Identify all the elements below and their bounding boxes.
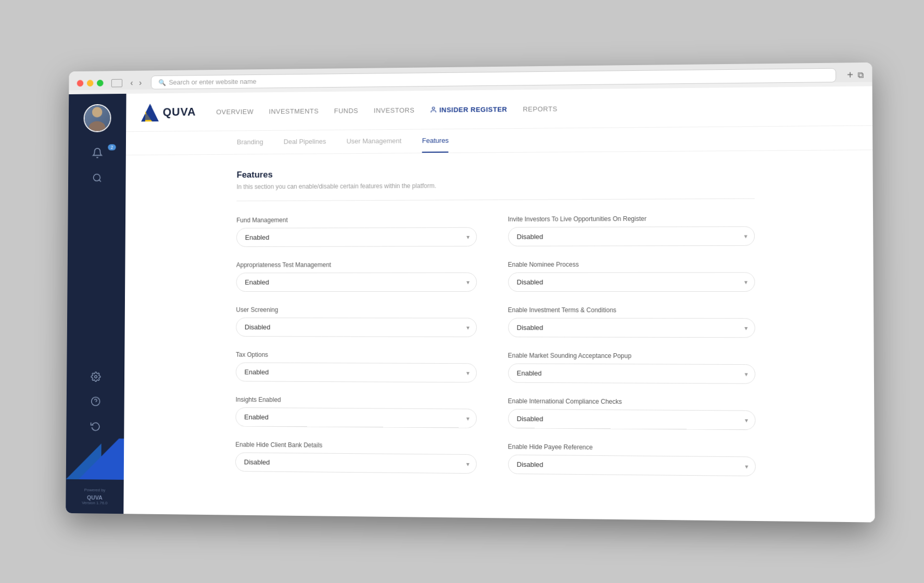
main-content: QUVA OVERVIEW INVESTMENTS FUNDS INVESTOR… <box>123 86 875 522</box>
feature-select-investment-terms[interactable]: EnabledDisabled <box>508 318 755 338</box>
feature-label-user-screening: User Screening <box>236 306 476 314</box>
svg-point-2 <box>93 174 99 181</box>
insider-icon <box>430 106 437 114</box>
new-tab-button[interactable]: + <box>847 69 853 81</box>
nav-item-insider-register[interactable]: INSIDER REGISTER <box>430 103 507 116</box>
feature-select-appropriateness-test[interactable]: EnabledDisabled <box>236 272 476 292</box>
nav-item-reports[interactable]: REPORTS <box>523 103 557 115</box>
feature-select-hide-payee-reference[interactable]: EnabledDisabled <box>508 455 755 477</box>
feature-select-wrapper-market-sounding: EnabledDisabled <box>508 363 755 383</box>
feature-item-hide-bank-details: Enable Hide Client Bank DetailsEnabledDi… <box>235 441 476 474</box>
section-divider <box>236 199 754 202</box>
feature-item-user-screening: User ScreeningEnabledDisabled <box>236 306 476 337</box>
minimize-button[interactable] <box>86 80 93 86</box>
content-area: Features In this section you can enable/… <box>123 150 875 522</box>
tab-features[interactable]: Features <box>422 129 448 153</box>
feature-select-wrapper-user-screening: EnabledDisabled <box>236 317 476 337</box>
feature-select-wrapper-insights-enabled: EnabledDisabled <box>235 407 476 428</box>
forward-button[interactable]: › <box>136 77 145 89</box>
feature-select-wrapper-tax-options: EnabledDisabled <box>235 363 476 383</box>
sidebar-item-refresh[interactable] <box>66 414 124 439</box>
svg-point-1 <box>88 121 105 131</box>
nav-item-investments[interactable]: INVESTMENTS <box>269 105 319 117</box>
sidebar-toggle-icon[interactable] <box>111 79 122 87</box>
feature-select-insights-enabled[interactable]: EnabledDisabled <box>235 407 476 428</box>
back-button[interactable]: ‹ <box>127 77 136 89</box>
feature-item-international-compliance: Enable International Compliance ChecksEn… <box>508 398 755 430</box>
feature-item-investment-terms: Enable Investment Terms & ConditionsEnab… <box>508 306 755 338</box>
tabs-button[interactable]: ⧉ <box>857 70 863 80</box>
sidebar-item-search[interactable] <box>68 166 125 191</box>
fullscreen-button[interactable] <box>97 80 104 86</box>
feature-label-international-compliance: Enable International Compliance Checks <box>508 398 755 406</box>
address-text: Search or enter website name <box>169 78 256 86</box>
feature-select-wrapper-international-compliance: EnabledDisabled <box>508 409 755 430</box>
sidebar-item-notifications[interactable]: 2 <box>68 140 126 166</box>
top-nav: QUVA OVERVIEW INVESTMENTS FUNDS INVESTOR… <box>126 86 872 132</box>
feature-select-invite-investors[interactable]: EnabledDisabled <box>508 226 754 246</box>
sidebar-item-help[interactable] <box>66 389 124 414</box>
feature-item-market-sounding: Enable Market Sounding Acceptance PopupE… <box>508 352 755 383</box>
version-label: Version 1.76.0 <box>82 501 107 505</box>
tab-deal-pipelines[interactable]: Deal Pipelines <box>283 130 326 154</box>
feature-label-appropriateness-test: Appropriateness Test Management <box>236 261 476 269</box>
section-title: Features <box>236 167 754 180</box>
svg-point-4 <box>94 376 97 378</box>
traffic-lights <box>77 80 103 86</box>
feature-select-wrapper-hide-payee-reference: EnabledDisabled <box>508 455 755 477</box>
feature-select-wrapper-hide-bank-details: EnabledDisabled <box>235 452 476 474</box>
feature-select-enable-nominee[interactable]: EnabledDisabled <box>508 272 755 292</box>
feature-select-wrapper-invite-investors: EnabledDisabled <box>508 226 754 246</box>
feature-label-tax-options: Tax Options <box>236 351 476 359</box>
search-icon: 🔍 <box>158 79 166 86</box>
feature-select-international-compliance[interactable]: EnabledDisabled <box>508 409 755 430</box>
svg-point-11 <box>432 107 435 109</box>
browser-controls: ‹ › 🔍 Search or enter website name + ⧉ <box>77 68 863 90</box>
logo-area: QUVA <box>141 103 196 121</box>
features-grid: Fund ManagementEnabledDisabledInvite Inv… <box>235 215 755 476</box>
nav-item-investors[interactable]: INVESTORS <box>373 104 414 116</box>
quva-logo-svg <box>141 103 159 121</box>
logo-text: QUVA <box>162 105 196 119</box>
feature-label-insights-enabled: Insights Enabled <box>235 396 476 405</box>
feature-select-market-sounding[interactable]: EnabledDisabled <box>508 363 755 383</box>
sidebar: 2 <box>66 94 126 514</box>
powered-by-label: Powered by <box>84 488 105 492</box>
svg-point-0 <box>92 107 102 117</box>
feature-select-tax-options[interactable]: EnabledDisabled <box>235 363 476 383</box>
decoration-triangles <box>66 438 124 480</box>
feature-label-hide-bank-details: Enable Hide Client Bank Details <box>235 441 476 450</box>
avatar-image <box>84 105 110 131</box>
sidebar-footer: Powered by QUVA Version 1.76.0 <box>73 479 116 514</box>
feature-label-investment-terms: Enable Investment Terms & Conditions <box>508 306 755 314</box>
close-button[interactable] <box>77 80 83 86</box>
feature-item-insights-enabled: Insights EnabledEnabledDisabled <box>235 396 476 428</box>
browser-chrome: ‹ › 🔍 Search or enter website name + ⧉ <box>69 63 872 90</box>
tab-user-management[interactable]: User Management <box>346 130 401 153</box>
feature-select-hide-bank-details[interactable]: EnabledDisabled <box>235 452 476 474</box>
sidebar-logo-text: QUVA <box>86 494 102 501</box>
feature-item-invite-investors: Invite Investors To Live Opportunities O… <box>508 215 754 246</box>
feature-label-fund-management: Fund Management <box>236 216 476 224</box>
section-header: Features In this section you can enable/… <box>236 167 754 191</box>
avatar[interactable] <box>83 104 111 132</box>
feature-item-fund-management: Fund ManagementEnabledDisabled <box>236 216 477 247</box>
nav-items: OVERVIEW INVESTMENTS FUNDS INVESTORS INS… <box>216 100 856 118</box>
nav-item-overview[interactable]: OVERVIEW <box>216 105 254 117</box>
feature-label-enable-nominee: Enable Nominee Process <box>508 261 755 268</box>
feature-select-wrapper-enable-nominee: EnabledDisabled <box>508 272 755 292</box>
sidebar-item-settings[interactable] <box>67 364 124 389</box>
app-layout: 2 <box>66 86 875 522</box>
section-description: In this section you can enable/disable c… <box>236 180 754 190</box>
feature-select-fund-management[interactable]: EnabledDisabled <box>236 227 477 247</box>
svg-line-3 <box>98 180 100 182</box>
feature-select-user-screening[interactable]: EnabledDisabled <box>236 317 476 337</box>
feature-select-wrapper-fund-management: EnabledDisabled <box>236 227 477 247</box>
nav-item-funds[interactable]: FUNDS <box>334 105 358 117</box>
feature-label-hide-payee-reference: Enable Hide Payee Reference <box>508 443 755 452</box>
feature-item-enable-nominee: Enable Nominee ProcessEnabledDisabled <box>508 261 755 292</box>
address-bar[interactable]: 🔍 Search or enter website name <box>150 68 836 90</box>
tab-branding[interactable]: Branding <box>236 131 263 154</box>
feature-select-wrapper-investment-terms: EnabledDisabled <box>508 318 755 338</box>
svg-point-5 <box>91 397 99 406</box>
